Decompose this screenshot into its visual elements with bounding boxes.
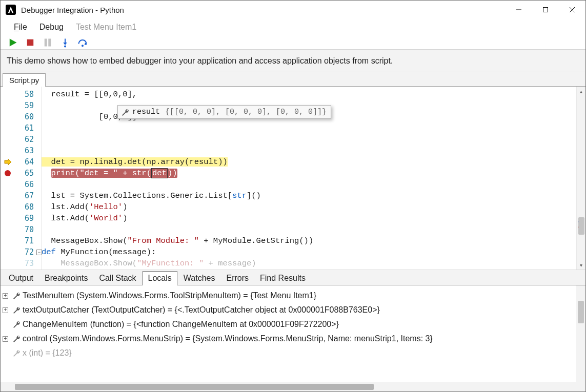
breakpoint-line-highlight: print("det = " + str(det)): [51, 169, 177, 178]
app-window: Debugger Integration - Python File Debug…: [0, 0, 586, 392]
locals-node[interactable]: ChangeMenuItem (function) = {<function C…: [3, 317, 574, 332]
locals-node[interactable]: + control (System.Windows.Forms.MenuStri…: [3, 332, 574, 346]
tab-watches[interactable]: Watches: [178, 272, 220, 285]
locals-panel: + TestMenuItem (System.Windows.Forms.Too…: [1, 285, 585, 382]
titlebar: Debugger Integration - Python: [1, 1, 585, 19]
locals-node[interactable]: + TestMenuItem (System.Windows.Forms.Too…: [3, 288, 574, 303]
code-area[interactable]: result = [[0,0,0], [0,0,0]] det = np.lin…: [42, 87, 576, 270]
locals-node-text: x (int) = {123}: [23, 348, 72, 358]
tab-find-results[interactable]: Find Results: [255, 272, 311, 285]
locals-node-text: ChangeMenuItem (function) = {<function C…: [23, 320, 339, 329]
editor-tabs: Script.py: [1, 72, 585, 87]
stop-button[interactable]: [25, 37, 35, 48]
locals-horizontal-scrollbar[interactable]: [1, 382, 585, 391]
locals-node-text: control (System.Windows.Forms.MenuStrip)…: [23, 334, 433, 343]
hover-variable-name: result: [132, 108, 160, 116]
tab-output[interactable]: Output: [4, 272, 38, 285]
tab-callstack[interactable]: Call Stack: [94, 272, 142, 285]
close-button[interactable]: [559, 1, 585, 19]
wrench-icon: [121, 108, 129, 116]
toolbar: [1, 35, 585, 50]
debug-hover-tooltip: result {[[0, 0, 0], [0, 0, 0], [0, 0, 0]…: [117, 105, 331, 119]
tab-locals[interactable]: Locals: [143, 271, 177, 285]
editor-vertical-scrollbar[interactable]: ▴ ▾: [576, 87, 585, 270]
run-button[interactable]: [8, 37, 18, 48]
svg-point-7: [64, 45, 66, 47]
expand-toggle-icon[interactable]: +: [3, 307, 8, 313]
menu-debug[interactable]: Debug: [34, 21, 69, 33]
maximize-button[interactable]: [532, 1, 559, 19]
step-into-button[interactable]: [60, 37, 70, 48]
wrench-icon: [12, 292, 21, 300]
editor-tab-script[interactable]: Script.py: [3, 73, 46, 87]
current-line-highlight: det = np.linalg.det(np.array(result)): [42, 157, 228, 167]
svg-rect-5: [45, 38, 47, 46]
scroll-thumb[interactable]: [15, 384, 374, 390]
locals-node-text: TestMenuItem (System.Windows.Forms.ToolS…: [23, 291, 316, 300]
hover-variable-value: {[[0, 0, 0], [0, 0, 0], [0, 0, 0]]}: [165, 108, 327, 116]
wrench-icon: [12, 320, 21, 328]
wrench-icon: [12, 306, 21, 314]
tab-breakpoints[interactable]: Breakpoints: [39, 272, 93, 285]
svg-rect-1: [543, 8, 548, 12]
scroll-thumb[interactable]: [578, 301, 584, 323]
app-icon: [6, 5, 16, 15]
locals-node[interactable]: x (int) = {123}: [3, 346, 574, 360]
description-bar: This demo shows how to embed debugger in…: [1, 50, 585, 72]
svg-rect-4: [27, 39, 34, 46]
locals-node[interactable]: + textOutputCatcher (TextOutputCatcher) …: [3, 303, 574, 317]
svg-point-9: [5, 170, 11, 176]
pause-button[interactable]: [43, 37, 53, 48]
svg-rect-6: [48, 38, 51, 46]
locals-vertical-scrollbar[interactable]: [576, 285, 585, 382]
menu-test-item[interactable]: Test Menu Item1: [71, 21, 142, 33]
scroll-down-icon[interactable]: ▾: [577, 260, 585, 270]
locals-node-text: textOutputCatcher (TextOutputCatcher) = …: [23, 305, 380, 315]
scroll-up-icon[interactable]: ▴: [577, 87, 585, 96]
locals-tree[interactable]: + TestMenuItem (System.Windows.Forms.Too…: [1, 285, 576, 382]
code-editor[interactable]: 58 59 60 61 62 63 64 65 66 67 68 69 70 7…: [1, 87, 585, 270]
menubar: File Debug Test Menu Item1: [1, 19, 585, 35]
wrench-icon: [12, 335, 21, 343]
expand-toggle-icon[interactable]: +: [3, 336, 8, 342]
menu-file[interactable]: File: [9, 21, 32, 33]
scroll-thumb[interactable]: [578, 217, 584, 235]
svg-point-8: [82, 45, 84, 47]
window-title: Debugger Integration - Python: [21, 6, 124, 14]
step-over-button[interactable]: [77, 37, 88, 48]
expand-toggle-icon[interactable]: +: [3, 293, 8, 299]
minimize-button[interactable]: [506, 1, 532, 19]
bottom-panel-tabs: Output Breakpoints Call Stack Locals Wat…: [1, 270, 585, 285]
current-line-arrow-icon: [4, 158, 12, 166]
breakpoint-icon[interactable]: [4, 169, 12, 177]
tab-errors[interactable]: Errors: [221, 272, 254, 285]
gutter: 58 59 60 61 62 63 64 65 66 67 68 69 70 7…: [1, 87, 42, 270]
wrench-icon: [12, 349, 21, 357]
